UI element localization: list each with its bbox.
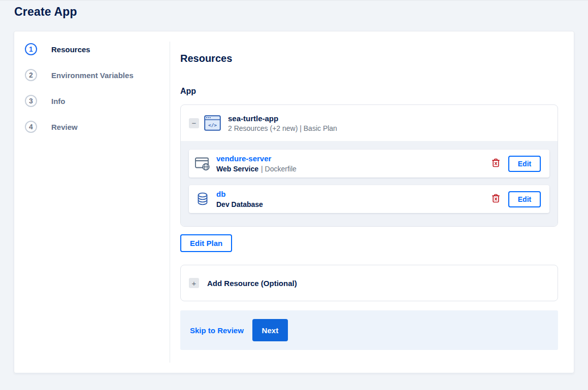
step-environment-variables[interactable]: 2 Environment Variables <box>25 69 170 81</box>
app-card: − </> sea-turtle-app 2 Resources (+2 new… <box>180 104 558 227</box>
step-label: Resources <box>51 45 90 54</box>
step-info[interactable]: 3 Info <box>25 95 170 107</box>
add-resource-label: Add Resource (Optional) <box>207 279 297 288</box>
resource-detail: | Dockerfile <box>261 165 297 173</box>
edit-resource-button[interactable]: Edit <box>508 156 541 172</box>
resource-row-db: db Dev Database <box>189 185 549 213</box>
delete-resource-button[interactable] <box>491 193 501 205</box>
app-summary: 2 Resources (+2 new) | Basic Plan <box>228 124 337 132</box>
resource-text: db Dev Database <box>216 190 266 208</box>
step-label: Review <box>51 123 78 131</box>
resource-type: Web Service <box>216 165 258 173</box>
edit-resource-button[interactable]: Edit <box>508 191 541 207</box>
trash-icon <box>492 194 500 204</box>
step-number-circle: 3 <box>25 95 37 107</box>
step-review[interactable]: 4 Review <box>25 121 170 133</box>
delete-resource-button[interactable] <box>491 157 501 170</box>
code-window-icon: </> <box>204 115 221 131</box>
expand-add-resource-button[interactable]: + <box>189 278 199 288</box>
app-card-header: − </> sea-turtle-app 2 Resources (+2 new… <box>181 105 558 141</box>
page-title: Create App <box>14 5 77 19</box>
web-service-icon <box>195 157 210 171</box>
step-number-circle: 4 <box>25 121 37 133</box>
edit-plan-button[interactable]: Edit Plan <box>180 234 232 252</box>
step-resources[interactable]: 1 Resources <box>25 43 170 55</box>
step-label: Environment Variables <box>51 71 134 80</box>
wizard-footer: Skip to Review Next <box>180 310 558 350</box>
app-resources-list: vendure-server Web Service| Dockerfile <box>181 141 558 226</box>
content-heading: Resources <box>180 53 558 64</box>
create-app-card: 1 Resources 2 Environment Variables 3 In… <box>14 31 574 373</box>
app-section-label: App <box>180 87 558 96</box>
app-name: sea-turtle-app <box>228 114 337 123</box>
resource-row-vendure-server: vendure-server Web Service| Dockerfile <box>189 150 549 178</box>
svg-text:</>: </> <box>208 122 217 128</box>
resource-name-link[interactable]: vendure-server <box>216 154 271 163</box>
resource-subtitle: Web Service| Dockerfile <box>216 165 297 173</box>
resource-type: Dev Database <box>216 200 263 208</box>
add-resource-section[interactable]: + Add Resource (Optional) <box>180 265 558 301</box>
skip-to-review-link[interactable]: Skip to Review <box>189 326 245 335</box>
database-icon <box>195 192 210 206</box>
trash-icon <box>492 158 500 169</box>
resource-text: vendure-server Web Service| Dockerfile <box>216 154 297 173</box>
next-button[interactable]: Next <box>252 319 288 341</box>
resource-subtitle: Dev Database <box>216 200 266 208</box>
app-titles: sea-turtle-app 2 Resources (+2 new) | Ba… <box>228 114 337 132</box>
step-label: Info <box>51 97 66 105</box>
step-number-circle: 2 <box>25 69 37 81</box>
resource-name-link[interactable]: db <box>216 190 225 198</box>
step-content: Resources App − </> sea-turtle-app <box>170 31 574 373</box>
collapse-button[interactable]: − <box>189 118 199 128</box>
wizard-stepper: 1 Resources 2 Environment Variables 3 In… <box>14 31 170 373</box>
step-number-circle: 1 <box>25 43 37 55</box>
